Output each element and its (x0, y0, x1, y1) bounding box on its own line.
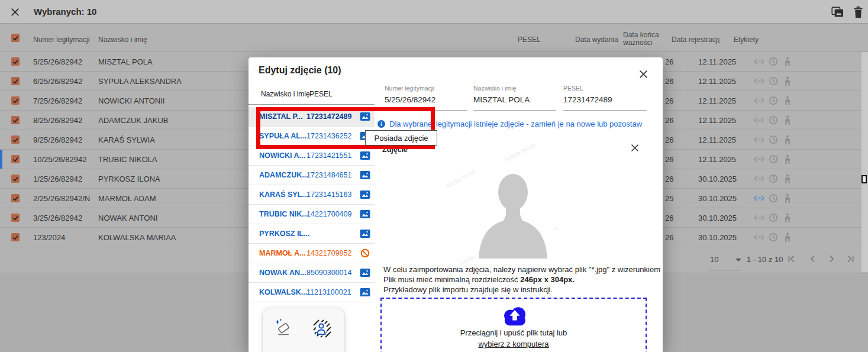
header-card-number[interactable]: Numer legitymacji (33, 35, 89, 44)
person-icon[interactable] (782, 76, 793, 86)
has-photo-icon[interactable] (360, 190, 370, 199)
select-all-checkbox[interactable] (11, 34, 20, 42)
next-page-button[interactable] (827, 254, 836, 263)
header-registration-date[interactable]: Data rejestracji (672, 35, 719, 44)
link-icon[interactable] (754, 96, 764, 105)
student-list-item[interactable]: ADAMCZUK... 17231484651 (249, 166, 375, 185)
photo-close-icon[interactable] (631, 144, 639, 152)
person-icon[interactable] (782, 213, 793, 222)
student-list-item[interactable]: PYRKOSZ IL... (249, 224, 375, 244)
cell-registration-date: 30.10.2025 (698, 175, 737, 183)
history-icon[interactable] (768, 213, 779, 222)
header-name[interactable]: Nazwisko i imię (98, 35, 147, 44)
person-icon[interactable] (782, 232, 793, 242)
person-icon[interactable] (782, 135, 793, 144)
student-name: NOWAK AN... (259, 269, 306, 277)
history-icon[interactable] (768, 193, 779, 203)
no-photo-icon[interactable] (360, 248, 370, 258)
student-list-item-blocked[interactable]: MARMOŁ A... 14321709852 (249, 244, 375, 263)
row-checkbox[interactable] (11, 77, 20, 85)
cell-name: KOLWALSKA MARIAA (98, 233, 176, 242)
file-dropzone[interactable]: Przeciągnij i upuść plik tutaj lub wybie… (380, 298, 647, 352)
link-icon[interactable] (754, 57, 764, 66)
history-icon[interactable] (768, 76, 779, 86)
cell-expiry-fragment: 25 (665, 194, 673, 203)
row-label-icons (754, 135, 793, 144)
cell-registration-date: 30.10.2025 (698, 194, 737, 203)
cell-registration-date: 30.10.2025 (698, 233, 737, 242)
person-icon[interactable] (782, 154, 793, 164)
magic-eraser-icon[interactable] (273, 318, 293, 338)
row-checkbox[interactable] (11, 135, 20, 144)
has-photo-icon[interactable] (360, 229, 370, 238)
student-list-item[interactable]: KOLWALSK... 11213100021 (249, 283, 375, 302)
history-icon[interactable] (768, 115, 779, 125)
person-icon[interactable] (782, 96, 793, 105)
cell-card-number: 8/25/26/82942 (33, 116, 82, 125)
cell-card-number: 2/25/26/82942/N (33, 194, 90, 203)
instruction-line-2: Plik musi mieć minimalną rozdzielczość 2… (383, 275, 575, 284)
link-icon[interactable] (754, 174, 764, 183)
history-icon[interactable] (768, 96, 779, 105)
background-removal-icon[interactable] (311, 318, 331, 338)
student-list-item[interactable]: KARAŚ SYL... 17231415163 (249, 185, 375, 205)
delete-icon[interactable] (852, 7, 864, 18)
clear-selection-icon[interactable] (11, 8, 20, 17)
instruction-line-3: Przykładowy plik importu znajduje się w … (383, 285, 553, 294)
has-photo-icon[interactable] (360, 209, 370, 219)
page-size-underline (708, 270, 741, 270)
sort-descending-icon[interactable]: ↓ (717, 35, 721, 44)
header-pesel[interactable]: PESEL (518, 35, 541, 44)
row-checkbox[interactable] (11, 57, 20, 66)
row-checkbox[interactable] (11, 175, 20, 183)
student-pesel: 14221700409 (306, 210, 351, 218)
cell-registration-date: 12.11.2025 (698, 96, 736, 105)
student-list-item[interactable]: TRUBIC NIK... 14221700409 (249, 205, 375, 224)
history-icon[interactable] (768, 154, 779, 164)
history-icon[interactable] (768, 135, 779, 144)
dialog-title: Edytuj zdjęcie (10) (259, 65, 341, 76)
row-checkbox[interactable] (11, 96, 20, 105)
last-page-button[interactable] (846, 254, 855, 263)
header-issue-date[interactable]: Data wydania (575, 35, 618, 44)
link-icon[interactable] (754, 76, 764, 86)
edit-photos-icon[interactable] (831, 7, 844, 18)
history-icon[interactable] (768, 232, 779, 242)
person-icon[interactable] (782, 193, 793, 203)
person-icon[interactable] (782, 115, 793, 125)
scrollbar-track[interactable] (861, 52, 868, 272)
row-checkbox[interactable] (11, 155, 20, 163)
choose-from-computer-link[interactable]: wybierz z komputera (382, 340, 646, 348)
page-size-select[interactable]: 10 (710, 255, 718, 264)
link-icon[interactable] (754, 213, 764, 222)
link-icon[interactable] (754, 135, 764, 144)
link-icon[interactable] (754, 154, 764, 164)
header-expiry-date[interactable]: Data końcaważności (623, 31, 659, 47)
student-list-item[interactable]: NOWAK AN... 85090300014 (249, 263, 375, 283)
name-field[interactable]: Nazwisko i imię MISZTAL POLA (473, 85, 556, 111)
link-icon[interactable] (754, 115, 764, 125)
list-header-divider (249, 104, 375, 105)
history-icon[interactable] (768, 174, 779, 183)
header-labels[interactable]: Etykiety (734, 35, 759, 44)
pesel-field[interactable]: PESEL 17231472489 (563, 85, 647, 111)
selection-count-label: Wybranych: 10 (34, 7, 96, 17)
dialog-close-icon[interactable] (639, 70, 648, 79)
row-checkbox[interactable] (11, 214, 20, 222)
previous-page-button[interactable] (808, 254, 817, 263)
has-photo-icon[interactable] (360, 288, 370, 297)
first-page-button[interactable] (787, 254, 796, 263)
has-photo-icon[interactable] (360, 268, 370, 277)
link-icon-active[interactable] (754, 193, 764, 203)
link-icon[interactable] (754, 232, 764, 242)
row-checkbox[interactable] (11, 233, 20, 241)
cell-registration-date: 12.11.2025 (698, 155, 736, 164)
history-icon[interactable] (768, 57, 779, 66)
row-checkbox[interactable] (11, 194, 20, 202)
person-icon[interactable] (782, 57, 793, 66)
row-checkbox[interactable] (11, 116, 20, 124)
person-icon[interactable] (782, 174, 793, 183)
page-size-caret-icon[interactable] (735, 259, 741, 261)
has-photo-icon[interactable] (360, 151, 370, 160)
has-photo-icon[interactable] (360, 170, 370, 180)
